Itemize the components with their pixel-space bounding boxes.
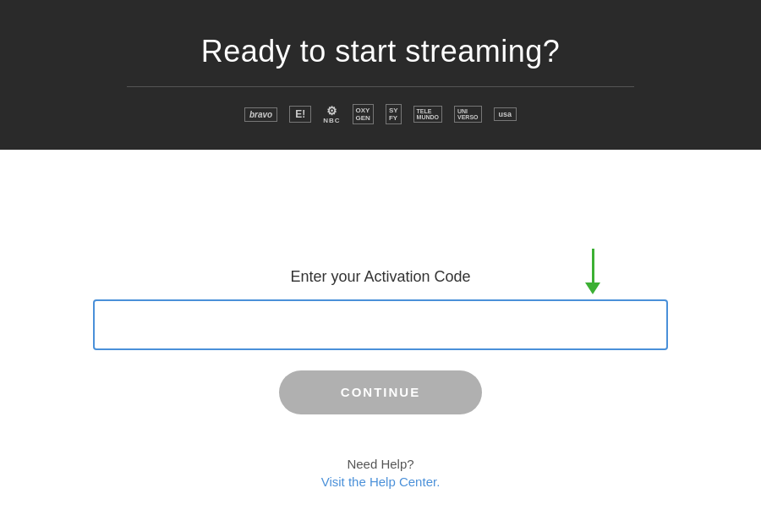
arrow-head — [585, 282, 600, 294]
channel-logos: bravo E! ⚙ NBC OXYGEN SYFY TELEMUNDO UNI… — [244, 104, 517, 124]
help-section: Need Help? Visit the Help Center. — [321, 457, 441, 490]
usa-logo: usa — [494, 107, 517, 121]
green-arrow-indicator — [585, 249, 600, 294]
universo-logo: UNIVERSO — [454, 106, 482, 123]
activation-label: Enter your Activation Code — [290, 268, 470, 286]
activation-code-input[interactable] — [93, 299, 668, 350]
oxygen-logo: OXYGEN — [353, 104, 374, 124]
bravo-logo: bravo — [244, 107, 277, 122]
input-wrapper — [93, 299, 668, 350]
arrow-line — [592, 249, 594, 282]
nbc-logo: ⚙ NBC — [323, 105, 340, 124]
telemundo-logo: TELEMUNDO — [413, 106, 442, 123]
help-center-link[interactable]: Visit the Help Center. — [321, 474, 441, 489]
need-help-text: Need Help? — [321, 457, 441, 471]
divider — [127, 86, 634, 87]
top-section: Ready to start streaming? bravo E! ⚙ NBC… — [0, 0, 761, 150]
syfy-logo: SYFY — [386, 104, 402, 124]
bottom-section: Enter your Activation Code CONTINUE Need… — [0, 150, 761, 532]
page-headline: Ready to start streaming? — [201, 34, 561, 69]
continue-button[interactable]: CONTINUE — [279, 370, 482, 414]
e-logo: E! — [289, 106, 311, 123]
